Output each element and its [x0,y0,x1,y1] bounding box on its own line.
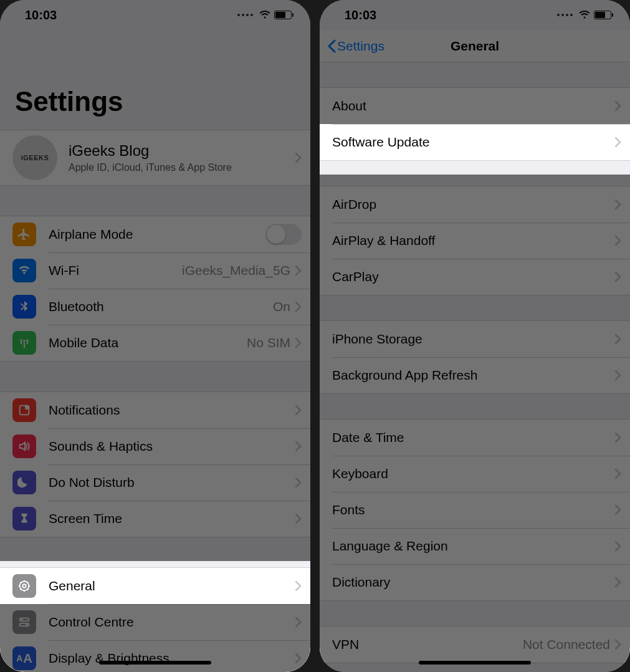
gear-icon [12,574,36,598]
row-label: General [49,578,295,593]
dim-overlay-top [320,0,630,138]
svg-point-3 [22,584,26,588]
chevron-right-icon [295,581,302,591]
dim-overlay-top [0,0,310,561]
general-row[interactable]: General [0,568,310,604]
chevron-right-icon [615,137,621,147]
home-indicator[interactable] [419,661,531,665]
row-label: Software Update [332,135,615,150]
general-screen: 10:03 Settings General About Software Up… [320,0,630,672]
home-indicator[interactable] [99,661,211,665]
software-update-row[interactable]: Software Update [320,124,630,160]
dim-overlay-bottom [320,175,630,672]
settings-screen: 10:03 Settings iGEEKS iGeeks Blog Apple … [0,0,310,672]
